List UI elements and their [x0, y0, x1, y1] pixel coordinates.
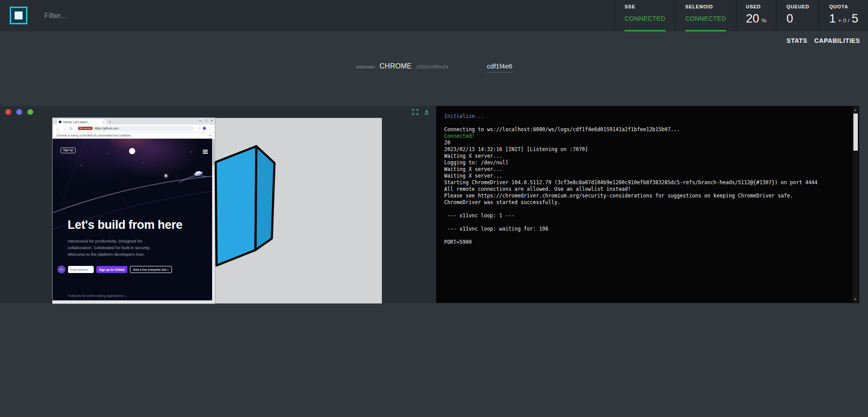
remote-nav-buttons: ← → ↻	[56, 126, 73, 131]
session-log-panel: Initialize... Connecting to ws://localho…	[436, 106, 859, 303]
gh-footnote: Trusted by the world's leading organizat…	[68, 294, 127, 298]
stat-sse-underline	[624, 30, 665, 31]
automation-infobar: Chrome is being controlled by automated …	[53, 133, 215, 139]
log-line: Initialize...	[444, 113, 848, 120]
stat-queued: QUEUED 0	[776, 0, 819, 31]
session-row[interactable]: unknown CHROME 1920x1080x24 cdf1f4e6	[0, 62, 868, 72]
app-logo[interactable]	[10, 7, 27, 24]
session-browser-name: CHROME	[380, 62, 412, 70]
stat-sse-label: SSE	[624, 4, 635, 9]
browser-menu-icon[interactable]: ⋮	[208, 126, 212, 130]
session-browser-version: unknown	[356, 64, 375, 69]
stat-used-value: 20	[746, 12, 759, 26]
header-stats: SSE CONNECTED SELENOID CONNECTED USED 20…	[614, 0, 868, 31]
log-line: Logging to: /dev/null	[444, 159, 848, 166]
gh-cta-row: </> Sign up for GitHub Start a free ente…	[57, 265, 172, 273]
stat-quota-used: 1	[829, 12, 836, 26]
log-line	[444, 206, 848, 212]
automation-infobar-text: Chrome is being controlled by automated …	[56, 134, 132, 137]
session-id-link[interactable]: cdf1f4e6	[487, 62, 513, 72]
stat-quota-label: QUOTA	[829, 4, 848, 9]
log-line: 2023/02/13 14:32:16 [INIT] [Listening on…	[444, 146, 848, 153]
remote-window-bottom-edge	[53, 300, 215, 303]
window-purple-dot-icon	[16, 109, 22, 115]
log-scroll-thumb[interactable]	[853, 114, 858, 151]
log-line	[444, 232, 848, 239]
filter-input[interactable]	[43, 11, 255, 21]
log-line: Waiting X server...	[444, 153, 848, 159]
vnc-screen[interactable]: GitHub: Let's build f... × + — □ × ← → ↻	[53, 118, 382, 303]
tab-capabilities[interactable]: CAPABILITIES	[815, 37, 860, 44]
stat-selenoid: SELENOID CONNECTED	[675, 0, 736, 31]
remote-toolbar-icons: ☆ ⋮	[198, 126, 212, 130]
tab-close-icon[interactable]: ×	[103, 121, 105, 124]
log-line: Waiting X server...	[444, 166, 848, 173]
stat-quota-pending: + 0 /	[838, 17, 849, 24]
log-scrollbar[interactable]: ▲ ▼	[853, 107, 858, 302]
gh-signup-cta-button[interactable]: Sign up for GitHub	[96, 266, 127, 273]
stat-queued-label: QUEUED	[786, 4, 809, 9]
stat-quota: QUOTA 1 + 0 / 5	[819, 0, 868, 31]
log-line: --- x11vnc loop: 1 ---	[444, 212, 848, 219]
scroll-up-icon[interactable]: ▲	[853, 107, 858, 113]
log-line: All remote connections are allowed. Use …	[444, 186, 848, 193]
new-tab-icon[interactable]: +	[109, 120, 111, 124]
log-line	[444, 120, 848, 126]
back-icon[interactable]: ←	[56, 126, 60, 131]
github-logo-icon[interactable]	[129, 148, 135, 154]
bookmark-star-icon[interactable]: ☆	[198, 126, 201, 130]
profile-avatar-icon[interactable]	[203, 127, 206, 130]
stat-selenoid-label: SELENOID	[685, 4, 713, 9]
stat-used: USED 20 %	[736, 0, 777, 31]
gh-email-input[interactable]	[68, 266, 94, 273]
remote-tab-title: GitHub: Let's build f...	[63, 121, 102, 124]
window-red-dot-icon	[5, 109, 11, 115]
log-line: Starting ChromeDriver 104.0.5112.79 (3cf…	[444, 179, 848, 186]
stat-sse-status: CONNECTED	[624, 15, 665, 22]
hamburger-menu-icon[interactable]	[203, 150, 208, 151]
remote-url: https://github.com	[94, 127, 118, 130]
log-line: --- x11vnc loop: waiting for: 198	[444, 226, 848, 232]
log-line: Waiting X server...	[444, 173, 848, 179]
stat-selenoid-underline	[685, 30, 726, 31]
remote-browser-window: GitHub: Let's build f... × + — □ × ← → ↻	[53, 118, 215, 303]
remote-browser-toolbar: ← → ↻ Not secure https://github.com ☆ ⋮	[53, 125, 215, 133]
stat-used-label: USED	[746, 4, 761, 9]
gh-trial-cta-button[interactable]: Start a free enterprise trial >	[130, 266, 172, 273]
log-line: PORT=5900	[444, 239, 848, 246]
vnc-panel: GitHub: Let's build f... × + — □ × ← → ↻	[0, 106, 436, 303]
selenoid-ui-app: SSE CONNECTED SELENOID CONNECTED USED 20…	[0, 0, 868, 417]
close-icon[interactable]: ×	[211, 119, 213, 122]
gh-hero-subheading: Harnessed for productivity. Designed for…	[68, 238, 162, 258]
remote-window-controls: — □ ×	[199, 119, 213, 122]
scroll-down-icon[interactable]: ▼	[853, 296, 858, 302]
log-line: 20	[444, 140, 848, 146]
log-output: Initialize... Connecting to ws://localho…	[444, 113, 848, 299]
minimize-icon[interactable]: —	[199, 119, 202, 122]
log-line: Connected!	[444, 133, 848, 140]
log-line: ChromeDriver was started successfully.	[444, 199, 848, 206]
log-line: Please see https://chromedriver.chromium…	[444, 193, 848, 199]
stat-used-unit: %	[761, 17, 767, 24]
maximize-icon[interactable]: □	[206, 119, 207, 122]
download-icon[interactable]	[423, 109, 430, 115]
gh-hero-heading: Let's build from here	[68, 218, 183, 232]
header: SSE CONNECTED SELENOID CONNECTED USED 20…	[0, 0, 868, 31]
security-badge: Not secure	[78, 127, 93, 130]
tab-stats[interactable]: STATS	[787, 37, 807, 44]
forward-icon[interactable]: →	[63, 126, 67, 131]
reload-icon[interactable]: ↻	[69, 126, 73, 131]
gh-signup-button[interactable]: Sign up	[61, 148, 76, 153]
favicon-icon	[59, 121, 61, 123]
window-green-dot-icon	[27, 109, 33, 115]
infobar-close-icon[interactable]: ×	[209, 133, 211, 137]
log-line	[444, 219, 848, 226]
remote-browser-tab[interactable]: GitHub: Let's build f... ×	[57, 119, 107, 125]
stat-quota-total: 5	[852, 12, 858, 26]
remote-address-bar[interactable]: Not secure https://github.com	[76, 126, 194, 131]
remote-page-viewport: Sign up Let's build from here Harnessed …	[53, 139, 215, 300]
code-icon: </>	[57, 265, 65, 273]
fullscreen-icon[interactable]	[412, 109, 419, 115]
remote-tab-strip: GitHub: Let's build f... × + — □ ×	[53, 118, 215, 125]
vnc-actions	[412, 109, 430, 115]
